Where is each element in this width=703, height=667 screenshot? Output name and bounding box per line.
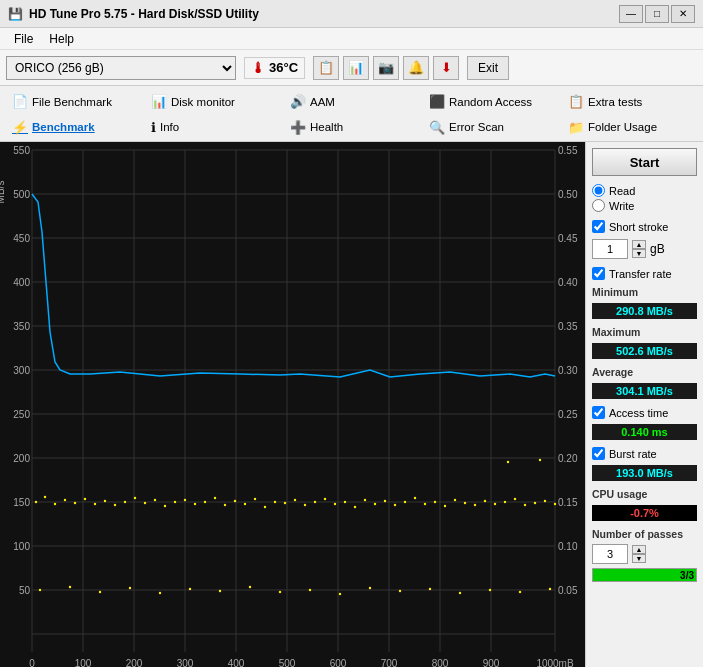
short-stroke-value[interactable] (592, 239, 628, 259)
tab-health-label: Health (310, 121, 343, 133)
tab-file-benchmark[interactable]: 📄 File Benchmark (6, 90, 141, 114)
svg-point-69 (134, 497, 136, 499)
svg-text:0.15: 0.15 (558, 497, 578, 508)
svg-point-101 (454, 499, 456, 501)
svg-point-123 (369, 587, 371, 589)
passes-spinner: ▲ ▼ (632, 545, 646, 563)
short-stroke-up[interactable]: ▲ (632, 240, 646, 249)
svg-point-128 (519, 591, 521, 593)
info-icon: ℹ (151, 120, 156, 135)
menu-help[interactable]: Help (41, 30, 82, 48)
svg-point-80 (244, 503, 246, 505)
short-stroke-checkbox-label[interactable]: Short stroke (592, 220, 697, 233)
burst-rate-value: 193.0 MB/s (592, 465, 697, 481)
svg-text:100: 100 (13, 541, 30, 552)
maximum-value: 502.6 MB/s (592, 343, 697, 359)
svg-text:250: 250 (13, 409, 30, 420)
svg-text:100: 100 (75, 658, 92, 667)
tab-benchmark-label: Benchmark (32, 121, 95, 133)
svg-text:200: 200 (126, 658, 143, 667)
toolbar-icon-3[interactable]: 📷 (373, 56, 399, 80)
minimum-value: 290.8 MB/s (592, 303, 697, 319)
svg-point-71 (154, 499, 156, 501)
svg-point-98 (424, 503, 426, 505)
drive-select[interactable]: ORICO (256 gB) (6, 56, 236, 80)
tab-error-scan[interactable]: 🔍 Error Scan (423, 116, 558, 140)
transfer-rate-label: Transfer rate (609, 268, 672, 280)
read-radio-label[interactable]: Read (592, 184, 697, 197)
svg-point-70 (144, 502, 146, 504)
svg-point-114 (99, 591, 101, 593)
tab-health[interactable]: ➕ Health (284, 116, 419, 140)
svg-text:700: 700 (381, 658, 398, 667)
menu-file[interactable]: File (6, 30, 41, 48)
toolbar-icon-4[interactable]: 🔔 (403, 56, 429, 80)
toolbar-icon-5[interactable]: ⬇ (433, 56, 459, 80)
svg-text:300: 300 (177, 658, 194, 667)
svg-point-91 (354, 506, 356, 508)
access-time-value: 0.140 ms (592, 424, 697, 440)
minimize-button[interactable]: — (619, 5, 643, 23)
svg-point-121 (309, 589, 311, 591)
toolbar-icon-2[interactable]: 📊 (343, 56, 369, 80)
start-button[interactable]: Start (592, 148, 697, 176)
tab-aam[interactable]: 🔊 AAM (284, 90, 419, 114)
read-radio[interactable] (592, 184, 605, 197)
burst-rate-checkbox-label[interactable]: Burst rate (592, 447, 697, 460)
svg-text:0.30: 0.30 (558, 365, 578, 376)
thermometer-icon: 🌡 (251, 60, 265, 76)
svg-text:1000mB: 1000mB (536, 658, 574, 667)
temperature-display: 🌡 36°C (244, 57, 305, 79)
window-controls: — □ ✕ (619, 5, 695, 23)
main-content: 550 500 450 400 350 300 250 200 150 100 … (0, 142, 703, 667)
aam-icon: 🔊 (290, 94, 306, 109)
title-bar: 💾 HD Tune Pro 5.75 - Hard Disk/SSD Utili… (0, 0, 703, 28)
tab-benchmark[interactable]: ⚡ Benchmark (6, 116, 141, 140)
svg-point-112 (39, 589, 41, 591)
svg-point-129 (549, 588, 551, 590)
write-radio-label[interactable]: Write (592, 199, 697, 212)
passes-down[interactable]: ▼ (632, 554, 646, 563)
progress-text: 3/3 (680, 569, 694, 583)
error-scan-icon: 🔍 (429, 120, 445, 135)
svg-point-74 (184, 499, 186, 501)
passes-value[interactable] (592, 544, 628, 564)
svg-point-116 (159, 592, 161, 594)
access-time-checkbox[interactable] (592, 406, 605, 419)
tab-disk-monitor[interactable]: 📊 Disk monitor (145, 90, 280, 114)
passes-up[interactable]: ▲ (632, 545, 646, 554)
svg-point-63 (74, 502, 76, 504)
exit-button[interactable]: Exit (467, 56, 509, 80)
cpu-usage-label: CPU usage (592, 488, 697, 500)
svg-point-96 (404, 501, 406, 503)
tab-random-access[interactable]: ⬛ Random Access (423, 90, 558, 114)
benchmark-icon: ⚡ (12, 120, 28, 135)
svg-point-65 (94, 503, 96, 505)
access-time-checkbox-label[interactable]: Access time (592, 406, 697, 419)
transfer-rate-checkbox-label[interactable]: Transfer rate (592, 267, 697, 280)
close-button[interactable]: ✕ (671, 5, 695, 23)
short-stroke-unit: gB (650, 242, 665, 256)
disk-monitor-icon: 📊 (151, 94, 167, 109)
svg-text:0.55: 0.55 (558, 145, 578, 156)
short-stroke-down[interactable]: ▼ (632, 249, 646, 258)
svg-point-90 (344, 501, 346, 503)
tab-folder-usage[interactable]: 📁 Folder Usage (562, 116, 697, 140)
svg-text:400: 400 (13, 277, 30, 288)
svg-point-73 (174, 501, 176, 503)
tab-extra-tests[interactable]: 📋 Extra tests (562, 90, 697, 114)
svg-point-85 (294, 499, 296, 501)
svg-text:550: 550 (13, 145, 30, 156)
transfer-rate-checkbox[interactable] (592, 267, 605, 280)
tab-aam-label: AAM (310, 96, 335, 108)
burst-rate-checkbox[interactable] (592, 447, 605, 460)
svg-point-119 (249, 586, 251, 588)
short-stroke-checkbox[interactable] (592, 220, 605, 233)
svg-point-106 (504, 501, 506, 503)
toolbar-icon-1[interactable]: 📋 (313, 56, 339, 80)
tab-info[interactable]: ℹ Info (145, 116, 280, 140)
maximize-button[interactable]: □ (645, 5, 669, 23)
folder-usage-icon: 📁 (568, 120, 584, 135)
write-radio[interactable] (592, 199, 605, 212)
svg-point-122 (339, 593, 341, 595)
